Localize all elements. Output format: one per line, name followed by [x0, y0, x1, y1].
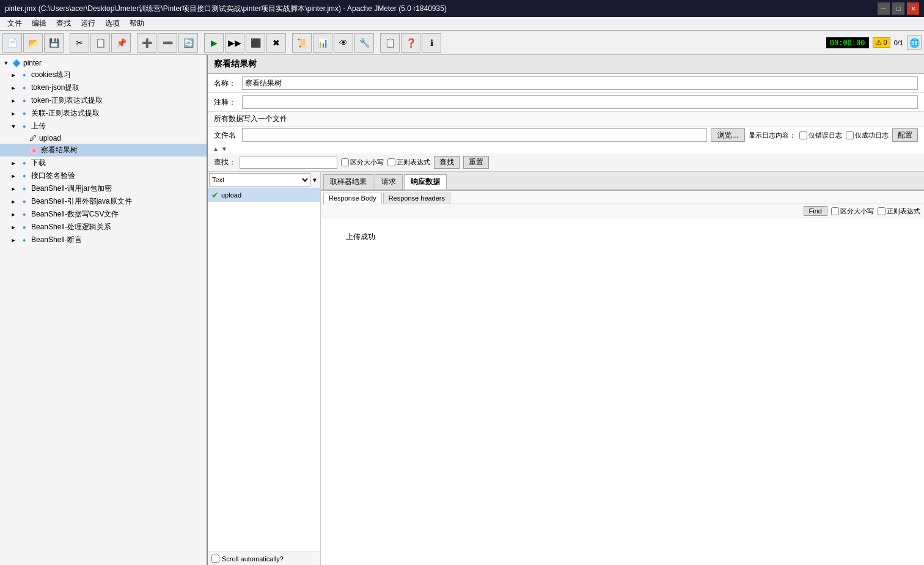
help-btn2[interactable]: ❓	[401, 33, 420, 53]
start-no-pause-button[interactable]: ▶▶	[225, 33, 244, 53]
tree-item-beanshell-assert[interactable]: ► 🔹 BeanShell-断言	[0, 234, 207, 246]
menu-run[interactable]: 运行	[76, 17, 100, 30]
find-regex-option[interactable]: 正则表达式	[878, 207, 920, 216]
find-case-sensitive-checkbox[interactable]	[831, 207, 839, 215]
find-regex-checkbox[interactable]	[878, 207, 886, 215]
tree-item-download[interactable]: ► 🔹 下载	[0, 157, 207, 169]
tree-item-beanshell-jar[interactable]: ► 🔹 BeanShell-调用jar包加密	[0, 182, 207, 195]
stop-button[interactable]: ⬛	[246, 33, 265, 53]
tree-icon-beanshell-csv: 🔹	[20, 210, 29, 219]
tree-item-sign[interactable]: ► 🔹 接口签名验验	[0, 169, 207, 182]
reset-button[interactable]: 重置	[463, 156, 489, 169]
window-controls: ─ □ ✕	[878, 2, 919, 15]
list-button[interactable]: 📋	[380, 33, 400, 53]
tab-request[interactable]: 请求	[375, 174, 403, 190]
add-button[interactable]: ➕	[137, 33, 156, 53]
tree-item-view-results[interactable]: 🌸 察看结果树	[0, 144, 207, 157]
script-button[interactable]: 📜	[292, 33, 312, 53]
sub-tab-response-body[interactable]: Response Body	[323, 193, 382, 204]
maximize-button[interactable]: □	[892, 2, 904, 15]
cut-button[interactable]: ✂	[70, 33, 89, 53]
arrow-row: ▲ ▼	[208, 144, 924, 153]
close-button[interactable]: ✕	[907, 2, 919, 15]
result-item-upload[interactable]: ✔ upload	[208, 188, 320, 202]
expand-icon-root: ▼	[2, 60, 10, 66]
open-button[interactable]: 📂	[23, 33, 43, 53]
regex-checkbox[interactable]	[387, 158, 395, 166]
result-item-label: upload	[221, 191, 241, 199]
response-body-text: 上传成功	[346, 232, 375, 241]
minimize-button[interactable]: ─	[878, 2, 890, 15]
tree-item-cookies[interactable]: ► 🔹 cookies练习	[0, 68, 207, 81]
case-sensitive-checkbox[interactable]	[341, 158, 349, 166]
error-log-option[interactable]: 仅错误日志	[799, 131, 842, 140]
window-title: pinter.jmx (C:\Users\acer\Desktop\Jmeter…	[5, 4, 447, 14]
results-list-header: Text ▼	[208, 172, 320, 188]
error-log-checkbox[interactable]	[799, 131, 807, 139]
case-sensitive-option[interactable]: 区分大小写	[341, 158, 384, 167]
function-button[interactable]: 🔧	[354, 33, 374, 53]
tree-label-root: pinter	[23, 59, 42, 67]
tree-icon-cookies: 🔹	[20, 71, 29, 79]
tree-item-upload-folder[interactable]: ▼ 🔹 上传	[0, 120, 207, 133]
aggregate-button[interactable]: 📊	[313, 33, 332, 53]
remote-button[interactable]: 🌐	[907, 35, 922, 50]
name-label: 名称：	[214, 78, 238, 89]
tree-item-beanshell-java[interactable]: ► 🔹 BeanShell-引用外部java原文件	[0, 195, 207, 208]
menu-file[interactable]: 文件	[2, 17, 27, 30]
tree-item-beanshell-csv[interactable]: ► 🔹 BeanShell-数据写CSV文件	[0, 208, 207, 221]
remove-button[interactable]: ➖	[158, 33, 177, 53]
tab-response-data[interactable]: 响应数据	[404, 174, 447, 190]
tree-item-upload[interactable]: 🖊 upload	[0, 133, 207, 144]
copy-button[interactable]: 📋	[90, 33, 110, 53]
expand-icon-beanshell-csv: ►	[10, 212, 17, 218]
config-button[interactable]: 配置	[892, 128, 918, 142]
detail-panel: 取样器结果 请求 响应数据 Response Body Response	[321, 172, 924, 565]
scroll-auto-checkbox[interactable]	[211, 555, 219, 563]
tree-item-token-regex[interactable]: ► 🔹 token-正则表达式提取	[0, 94, 207, 107]
results-area: Text ▼ ✔ upload Scroll automatically?	[208, 172, 924, 565]
comment-input[interactable]	[242, 95, 918, 109]
detail-tabs: 取样器结果 请求 响应数据	[321, 172, 924, 191]
menu-options[interactable]: 选项	[100, 17, 125, 30]
search-button[interactable]: 查找	[434, 156, 460, 169]
tree-item-beanshell-logic[interactable]: ► 🔹 BeanShell-处理逻辑关系	[0, 221, 207, 234]
tree-item-token-json[interactable]: ► 🔹 token-json提取	[0, 81, 207, 94]
menu-edit[interactable]: 编辑	[27, 17, 51, 30]
timer-display: 00:00:00	[826, 37, 869, 48]
expand-icon-cookies: ►	[10, 72, 17, 78]
shutdown-button[interactable]: ✖	[266, 33, 286, 53]
tree-item-assoc-regex[interactable]: ► 🔹 关联-正则表达式提取	[0, 107, 207, 120]
success-log-option[interactable]: 仅成功日志	[846, 131, 889, 140]
comment-row: 注释：	[208, 93, 924, 112]
menu-help[interactable]: 帮助	[125, 17, 149, 30]
find-button[interactable]: Find	[804, 206, 827, 216]
scroll-auto-row: Scroll automatically?	[208, 552, 320, 565]
name-input[interactable]	[242, 76, 918, 90]
paste-button[interactable]: 📌	[111, 33, 131, 53]
find-case-sensitive-option[interactable]: 区分大小写	[831, 207, 874, 216]
name-row: 名称：	[208, 74, 924, 93]
browse-button[interactable]: 浏览...	[711, 128, 745, 142]
menu-search[interactable]: 查找	[51, 17, 76, 30]
info-button[interactable]: ℹ	[422, 33, 441, 53]
tree-item-root[interactable]: ▼ 🔷 pinter	[0, 57, 207, 68]
file-input[interactable]	[242, 128, 707, 142]
regex-option[interactable]: 正则表达式	[387, 158, 430, 167]
tree-icon-beanshell-assert: 🔹	[20, 236, 29, 245]
clear-button[interactable]: 🔄	[178, 33, 198, 53]
expand-icon-token-json: ►	[10, 85, 17, 91]
success-log-checkbox[interactable]	[846, 131, 854, 139]
monitor-button[interactable]: 👁	[334, 33, 353, 53]
new-button[interactable]: 📄	[2, 33, 22, 53]
search-input[interactable]	[240, 157, 337, 169]
tree-label-view-results: 察看结果树	[41, 145, 78, 155]
expand-icon-token-regex: ►	[10, 98, 17, 104]
start-button[interactable]: ▶	[204, 33, 224, 53]
results-dropdown[interactable]: Text	[209, 173, 310, 186]
tree-icon-token-regex: 🔹	[20, 97, 29, 105]
sub-tab-response-headers[interactable]: Response headers	[383, 193, 450, 204]
save-button[interactable]: 💾	[44, 33, 64, 53]
warning-count: 0	[884, 39, 887, 46]
tab-sampler-result[interactable]: 取样器结果	[323, 174, 373, 190]
